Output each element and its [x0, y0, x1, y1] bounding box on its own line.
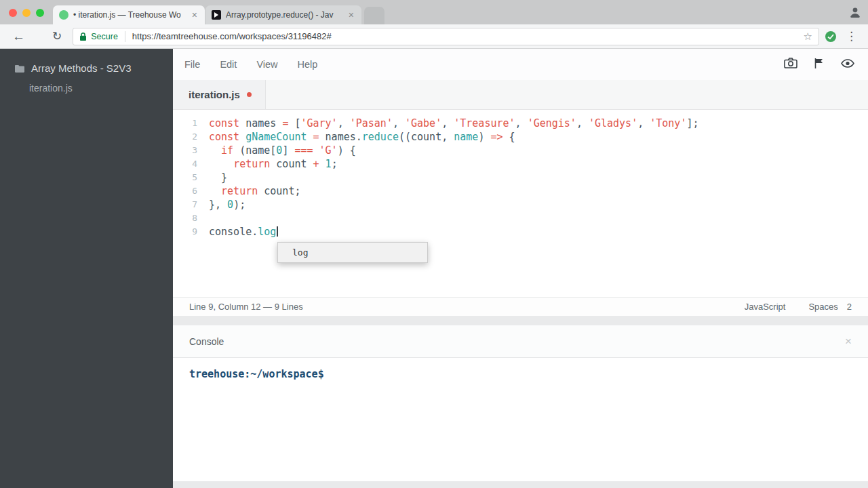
- code-line: 6 return count;: [173, 184, 868, 198]
- code-line: 7}, 0);: [173, 198, 868, 211]
- menu-file[interactable]: File: [184, 59, 200, 70]
- browser-tab-mdn[interactable]: Array.prototype.reduce() - Jav ×: [205, 5, 361, 24]
- sidebar-project-folder[interactable]: Array Methods - S2V3: [0, 49, 173, 74]
- editor-status-bar: Line 9, Column 12 — 9 Lines JavaScript S…: [173, 297, 868, 316]
- file-sidebar: Array Methods - S2V3 iteration.js: [0, 49, 173, 488]
- language-mode-selector[interactable]: JavaScript: [745, 302, 786, 312]
- console-close-icon[interactable]: ×: [845, 335, 852, 348]
- workspace-toolbar-icons: [784, 58, 868, 72]
- address-bar[interactable]: Secure https://teamtreehouse.com/workspa…: [73, 28, 819, 45]
- indent-mode-selector[interactable]: Spaces: [808, 302, 837, 312]
- menu-edit[interactable]: Edit: [220, 59, 237, 70]
- project-name: Array Methods - S2V3: [31, 62, 132, 74]
- secure-label: Secure: [91, 32, 118, 41]
- back-button-icon[interactable]: ←: [12, 30, 25, 43]
- snapshot-camera-icon[interactable]: [784, 58, 797, 71]
- line-number: 1: [173, 117, 197, 130]
- autocomplete-popup: log: [277, 242, 428, 263]
- tab-close-icon[interactable]: ×: [347, 9, 355, 20]
- workspace-pane: File Edit View Help: [173, 49, 868, 488]
- code-line: 1const names = ['Gary', 'Pasan', 'Gabe',…: [173, 117, 868, 130]
- bookmark-star-icon[interactable]: ☆: [804, 30, 812, 43]
- window-close-button[interactable]: [9, 9, 17, 17]
- folder-icon: [15, 64, 25, 73]
- mdn-favicon-icon: [212, 10, 221, 20]
- console-panel: Console × treehouse:~/workspace$: [173, 325, 868, 481]
- line-number: 5: [173, 171, 197, 184]
- cursor-position-status: Line 9, Column 12 — 9 Lines: [189, 302, 745, 312]
- browser-menu-icon[interactable]: ⋮: [846, 29, 857, 43]
- code-line: 5 }: [173, 171, 868, 184]
- browser-tab-strip: • iteration.js — Treehouse Wo × Array.pr…: [0, 0, 868, 24]
- autocomplete-item[interactable]: log: [278, 243, 427, 262]
- window-zoom-button[interactable]: [36, 9, 44, 17]
- console-header: Console ×: [173, 325, 868, 358]
- console-title: Console: [189, 336, 224, 347]
- secure-lock-icon: [79, 32, 87, 41]
- tab-title: Array.prototype.reduce() - Jav: [226, 10, 344, 20]
- code-lines: 1const names = ['Gary', 'Pasan', 'Gabe',…: [173, 117, 868, 239]
- browser-tab-iteration[interactable]: • iteration.js — Treehouse Wo ×: [53, 5, 205, 24]
- text-cursor: [277, 226, 278, 237]
- line-number: 8: [173, 211, 197, 225]
- code-line: 8: [173, 211, 868, 225]
- browser-toolbar: ← ↻ Secure https://teamtreehouse.com/wor…: [0, 24, 868, 49]
- line-number: 2: [173, 130, 197, 144]
- new-tab-button[interactable]: [364, 7, 384, 24]
- code-line: 4 return count + 1;: [173, 157, 868, 171]
- line-number: 6: [173, 184, 197, 198]
- code-line: 3 if (name[0] === 'G') {: [173, 144, 868, 157]
- menu-help[interactable]: Help: [298, 59, 318, 70]
- main-area: Array Methods - S2V3 iteration.js File E…: [0, 49, 868, 488]
- flag-icon[interactable]: [814, 58, 824, 72]
- workspace-menubar: File Edit View Help: [173, 49, 868, 80]
- reload-button-icon[interactable]: ↻: [52, 30, 62, 42]
- url-text[interactable]: https://teamtreehouse.com/workspaces/311…: [132, 31, 798, 41]
- line-number: 7: [173, 198, 197, 211]
- treehouse-favicon-icon: [59, 10, 68, 20]
- window-minimize-button[interactable]: [22, 9, 31, 17]
- url-separator: [125, 31, 125, 42]
- tab-title: • iteration.js — Treehouse Wo: [73, 10, 188, 20]
- indent-size-selector[interactable]: 2: [847, 302, 852, 312]
- editor-tab-iteration-js[interactable]: iteration.js: [173, 80, 266, 109]
- unsaved-changes-dot: [247, 92, 252, 97]
- terminal-prompt: treehouse:~/workspace$: [189, 368, 324, 380]
- profile-avatar-icon[interactable]: [848, 5, 862, 19]
- line-number: 9: [173, 225, 197, 239]
- console-terminal[interactable]: treehouse:~/workspace$: [173, 358, 868, 481]
- line-number: 3: [173, 144, 197, 157]
- browser-window: • iteration.js — Treehouse Wo × Array.pr…: [0, 0, 868, 488]
- editor-tab-strip: iteration.js: [173, 80, 868, 110]
- sidebar-item-iteration-js[interactable]: iteration.js: [0, 74, 173, 94]
- tab-close-icon[interactable]: ×: [191, 9, 199, 20]
- preview-eye-icon[interactable]: [841, 58, 854, 70]
- panel-gap: [173, 316, 868, 325]
- line-number: 4: [173, 157, 197, 171]
- code-line: 2const gNameCount = names.reduce((count,…: [173, 130, 868, 144]
- code-editor[interactable]: 1const names = ['Gary', 'Pasan', 'Gabe',…: [173, 110, 868, 297]
- window-controls: [9, 9, 44, 17]
- editor-tab-label: iteration.js: [189, 89, 240, 100]
- menu-view[interactable]: View: [256, 59, 277, 70]
- code-line: 9console.log: [173, 225, 868, 239]
- extension-icon[interactable]: [825, 30, 837, 43]
